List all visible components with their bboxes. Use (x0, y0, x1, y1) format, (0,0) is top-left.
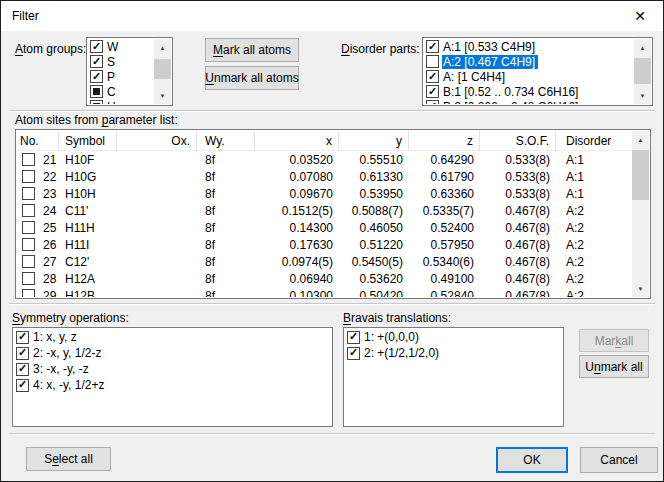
checkbox[interactable] (22, 255, 35, 268)
column-header-no[interactable]: No. (17, 131, 59, 151)
checkbox[interactable] (90, 40, 103, 53)
checkbox[interactable] (90, 100, 103, 104)
scroll-up-icon[interactable]: ▲ (632, 131, 649, 148)
disorder-parts-list[interactable]: A:1 [0.533 C4H9] A:2 [0.467 C4H9] A: [1 … (422, 37, 653, 106)
scrollbar-thumb[interactable] (634, 58, 651, 84)
checkbox[interactable] (347, 331, 360, 344)
checkbox[interactable] (22, 221, 35, 234)
cell-disorder: A:1 (556, 187, 632, 201)
checkbox[interactable] (426, 70, 439, 83)
mark-all-button[interactable]: Mark all (579, 329, 649, 352)
column-header-x[interactable]: x (255, 131, 339, 151)
cancel-button[interactable]: Cancel (580, 447, 658, 473)
atom-group-item[interactable]: C (88, 84, 154, 99)
checkbox[interactable] (16, 363, 29, 376)
symmetry-item[interactable]: 1: x, y, z (14, 329, 331, 345)
checkbox[interactable] (16, 331, 29, 344)
cell-wy: 8f (197, 289, 255, 298)
scrollbar[interactable]: ▲ ▼ (634, 39, 651, 104)
checkbox[interactable] (90, 70, 103, 83)
table-row[interactable]: 23 H10H 8f 0.09670 0.53950 0.63360 0.533… (17, 185, 632, 202)
checkbox[interactable] (426, 85, 439, 98)
table-row[interactable]: 22 H10G 8f 0.07080 0.61330 0.61790 0.533… (17, 168, 632, 185)
checkbox[interactable] (22, 187, 35, 200)
cell-z: 0.52400 (409, 221, 480, 235)
scroll-down-icon[interactable]: ▼ (154, 87, 171, 104)
checkbox[interactable] (90, 55, 103, 68)
separator (9, 303, 655, 305)
atom-group-item[interactable]: S (88, 54, 154, 69)
row-number: 25 (43, 221, 56, 235)
scroll-up-icon[interactable]: ▲ (154, 39, 171, 56)
checkbox[interactable] (22, 238, 35, 251)
atom-group-item[interactable]: W (88, 39, 154, 54)
unmark-all-atoms-button[interactable]: Unmark all atoms (205, 66, 299, 90)
ok-button[interactable]: OK (496, 447, 568, 473)
column-header-disorder[interactable]: Disorder (556, 131, 634, 151)
column-header-z[interactable]: z (409, 131, 480, 151)
atom-group-label: S (106, 55, 118, 69)
checkbox[interactable] (22, 272, 35, 285)
scroll-down-icon[interactable]: ▼ (634, 87, 651, 104)
checkbox[interactable] (426, 40, 439, 53)
cell-sof: 0.467(8) (480, 289, 556, 298)
checkbox[interactable] (16, 379, 29, 392)
mark-all-atoms-button[interactable]: Mark all atoms (205, 38, 299, 62)
atom-groups-list[interactable]: W S P C H ▲ ▼ (86, 37, 173, 106)
symmetry-item[interactable]: 2: -x, y, 1/2-z (14, 345, 331, 361)
row-number: 21 (43, 153, 56, 167)
checkbox[interactable] (16, 347, 29, 360)
checkbox[interactable] (347, 347, 360, 360)
scrollbar[interactable]: ▲ ▼ (154, 39, 171, 104)
symmetry-operations-list[interactable]: 1: x, y, z 2: -x, y, 1/2-z 3: -x, -y, -z… (12, 327, 333, 427)
column-header-symbol[interactable]: Symbol (59, 131, 117, 151)
row-number: 24 (43, 204, 56, 218)
checkbox[interactable] (426, 100, 439, 104)
cell-sof: 0.467(8) (480, 272, 556, 286)
disorder-part-label: A:2 [0.467 C4H9] (442, 55, 538, 69)
disorder-part-item[interactable]: A:2 [0.467 C4H9] (424, 54, 634, 69)
table-row[interactable]: 24 C11' 8f 0.1512(5) 0.5088(7) 0.5335(7)… (17, 202, 632, 219)
checkbox[interactable] (22, 204, 35, 217)
unmark-all-button[interactable]: Unmark all (579, 355, 649, 378)
checkbox[interactable] (22, 153, 35, 166)
column-header-ox[interactable]: Ox. (117, 131, 197, 151)
atom-sites-label: Atom sites from parameter list: (15, 113, 178, 127)
bravais-item[interactable]: 2: +(1/2,1/2,0) (345, 345, 562, 361)
table-row[interactable]: 29 H12B 8f 0.10300 0.50420 0.52840 0.467… (17, 287, 632, 297)
atom-sites-table[interactable]: No. Symbol Ox. Wy. x y z S.O.F. Disorder… (15, 129, 651, 299)
table-row[interactable]: 27 C12' 8f 0.0974(5) 0.5450(5) 0.5340(6)… (17, 253, 632, 270)
checkbox[interactable] (90, 85, 103, 98)
bravais-item[interactable]: 1: +(0,0,0) (345, 329, 562, 345)
checkbox[interactable] (426, 55, 439, 68)
table-row[interactable]: 21 H10F 8f 0.03520 0.55510 0.64290 0.533… (17, 151, 632, 168)
scrollbar-thumb[interactable] (632, 150, 649, 200)
disorder-part-item[interactable]: B:1 [0.52 .. 0.734 C6H16] (424, 84, 634, 99)
bravais-translations-list[interactable]: 1: +(0,0,0) 2: +(1/2,1/2,0) (343, 327, 564, 427)
select-all-button[interactable]: Select all (26, 447, 111, 471)
checkbox[interactable] (22, 289, 35, 297)
scrollbar-thumb[interactable] (154, 59, 171, 79)
symmetry-item[interactable]: 3: -x, -y, -z (14, 361, 331, 377)
table-row[interactable]: 28 H12A 8f 0.06940 0.53620 0.49100 0.467… (17, 270, 632, 287)
column-header-sof[interactable]: S.O.F. (480, 131, 556, 151)
atom-group-item[interactable]: H (88, 99, 154, 104)
symmetry-item[interactable]: 4: x, -y, 1/2+z (14, 377, 331, 393)
checkbox[interactable] (22, 170, 35, 183)
close-button[interactable]: ✕ (617, 1, 663, 31)
cell-wy: 8f (197, 272, 255, 286)
disorder-part-item[interactable]: B:2 [0.266 .. 0.48 C6H16] (424, 99, 634, 104)
scroll-down-icon[interactable]: ▼ (632, 280, 649, 297)
column-header-wy[interactable]: Wy. (197, 131, 255, 151)
table-row[interactable]: 25 H11H 8f 0.14300 0.46050 0.52400 0.467… (17, 219, 632, 236)
column-header-y[interactable]: y (339, 131, 409, 151)
disorder-part-item[interactable]: A: [1 C4H4] (424, 69, 634, 84)
cell-sof: 0.467(8) (480, 221, 556, 235)
row-number: 29 (43, 289, 56, 298)
scroll-up-icon[interactable]: ▲ (634, 39, 651, 56)
atom-group-item[interactable]: P (88, 69, 154, 84)
table-row[interactable]: 26 H11I 8f 0.17630 0.51220 0.57950 0.467… (17, 236, 632, 253)
scrollbar[interactable]: ▲ ▼ (632, 131, 649, 297)
disorder-part-item[interactable]: A:1 [0.533 C4H9] (424, 39, 634, 54)
separator (9, 110, 655, 112)
